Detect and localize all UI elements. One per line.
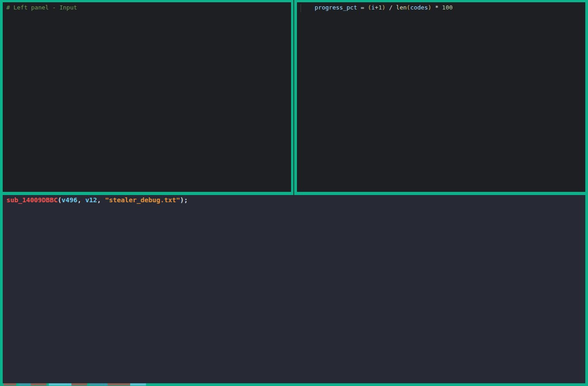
code-editor-validation-logic[interactable]: progress_pct = (i+1) / len(codes) * 100s…	[297, 2, 585, 192]
indent-guides	[301, 4, 315, 12]
clipped-code-line	[4, 383, 146, 386]
code-editor-tkinter-input-panel[interactable]: # Left panel - Inputleft_panel = Frame(m…	[3, 2, 291, 192]
window-divider	[293, 0, 294, 195]
code-line: # Left panel - Input	[6, 4, 291, 192]
code-line: progress_pct = (i+1) / len(codes) * 100	[301, 4, 585, 192]
decompiler-pseudocode-view[interactable]: sub_14009DBBC(v496, v12, "stealer_debug.…	[3, 195, 585, 383]
screen: # Left panel - Inputleft_panel = Frame(m…	[0, 0, 588, 386]
code-line: sub_14009DBBC(v496, v12, "stealer_debug.…	[6, 196, 585, 383]
